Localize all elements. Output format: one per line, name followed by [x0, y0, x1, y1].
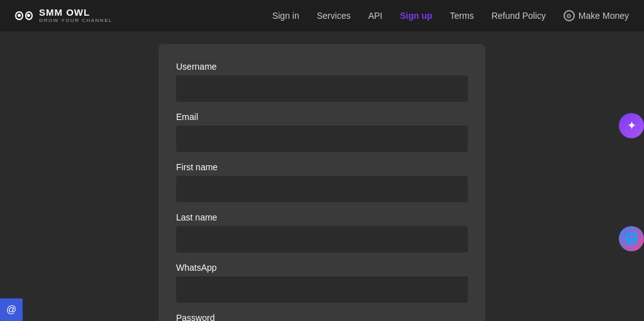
logo-text: SMM OWL GROW YOUR CHANNEL	[39, 8, 113, 23]
nav-services[interactable]: Services	[317, 11, 351, 21]
nav-terms[interactable]: Terms	[450, 11, 474, 21]
nav-signup[interactable]: Sign up	[400, 11, 432, 21]
nav-api[interactable]: API	[368, 11, 382, 21]
logo-pupil-left	[18, 14, 21, 17]
logo-icon	[15, 10, 33, 21]
logo-subtitle: GROW YOUR CHANNEL	[39, 18, 113, 24]
logo-circles	[15, 10, 33, 21]
navbar: SMM OWL GROW YOUR CHANNEL Sign in Servic…	[0, 0, 644, 31]
nav-make-money[interactable]: ⚙ Make Money	[564, 10, 629, 21]
password-label: Password	[176, 313, 468, 321]
whatsapp-group: WhatsApp	[176, 263, 468, 303]
password-group: Password	[176, 313, 468, 321]
whatsapp-input[interactable]	[176, 276, 468, 303]
make-money-label: Make Money	[579, 11, 629, 21]
firstname-input[interactable]	[176, 176, 468, 202]
username-input[interactable]	[176, 75, 468, 102]
signup-form-card: Username Email First name Last name What…	[158, 44, 486, 321]
email-group: Email	[176, 112, 468, 152]
language-float-button[interactable]: 🌐	[619, 226, 644, 251]
globe-icon: 🌐	[625, 232, 638, 246]
firstname-group: First name	[176, 162, 468, 202]
logo-pupil-right	[27, 14, 30, 17]
lastname-label: Last name	[176, 212, 468, 222]
logo-eye-right	[25, 11, 33, 20]
logo-area: SMM OWL GROW YOUR CHANNEL	[15, 8, 113, 23]
nav-links: Sign in Services API Sign up Terms Refun…	[272, 10, 629, 21]
nav-signin[interactable]: Sign in	[272, 11, 299, 21]
username-group: Username	[176, 62, 468, 102]
chat-float-button[interactable]: ✦	[619, 113, 644, 138]
main-content: Username Email First name Last name What…	[0, 31, 644, 321]
lastname-group: Last name	[176, 212, 468, 253]
nav-refund[interactable]: Refund Policy	[491, 11, 545, 21]
logo-eye-left	[15, 11, 23, 20]
email-input[interactable]	[176, 126, 468, 152]
username-label: Username	[176, 62, 468, 72]
sparkle-icon: ✦	[627, 119, 636, 133]
email-float-button[interactable]: @	[0, 298, 23, 321]
logo-title: SMM OWL	[39, 8, 113, 18]
whatsapp-label: WhatsApp	[176, 263, 468, 273]
lastname-input[interactable]	[176, 226, 468, 253]
email-label: Email	[176, 112, 468, 122]
gear-icon: ⚙	[564, 10, 575, 21]
firstname-label: First name	[176, 162, 468, 172]
email-icon: @	[6, 304, 16, 315]
